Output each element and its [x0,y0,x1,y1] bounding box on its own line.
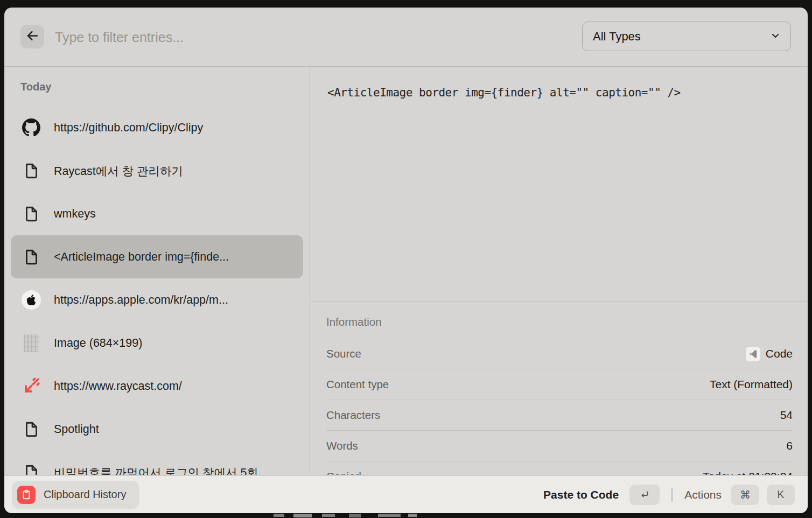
bottom-bar: Clipboard History Paste to Code Actions … [4,475,808,513]
list-item-label: 비밀번호를 까먹어서 로그인 창에서 5회... [54,465,268,475]
github-icon [22,118,41,137]
image-thumbnail-icon [22,333,41,353]
actions-button[interactable]: Actions [684,488,722,501]
bar-separator [671,488,673,502]
info-value: Code [766,347,793,360]
app-name: Clipboard History [44,488,126,501]
raycast-icon [22,376,41,396]
app-switcher[interactable]: Clipboard History [12,481,139,509]
type-filter-dropdown[interactable]: All Types [582,22,791,51]
list-item-label: Spotlight [54,423,99,436]
apple-icon [22,290,41,310]
information-section: Information Source Code Content type Tex… [326,302,793,475]
list-item-label: https://github.com/Clipy/Clipy [54,121,203,135]
list-item[interactable]: https://www.raycast.com/ [11,365,303,408]
document-icon [22,247,41,267]
info-label: Content type [326,378,389,391]
desktop-fragment [293,514,312,517]
document-icon [22,419,41,439]
list-item[interactable]: Spotlight [11,408,303,451]
info-row-characters: Characters 54 [326,400,793,431]
search-input[interactable] [54,23,562,52]
info-row-words: Words 6 [326,431,793,461]
desktop-fragment [274,514,284,517]
list-item[interactable]: 비밀번호를 까먹어서 로그인 창에서 5회... [11,451,303,475]
list-item-label: wmkeys [54,207,96,221]
paste-to-code-button[interactable]: Paste to Code [543,488,619,501]
info-value: Today at 01:00:04 [703,470,793,475]
clipboard-content-preview: <ArticleImage border img={finder} alt=""… [327,86,795,99]
command-keycap[interactable]: ⌘ [731,485,759,505]
history-list: Today https://github.com/Clipy/Clipy Ray… [4,67,310,475]
vscode-icon [746,347,760,361]
history-rows: https://github.com/Clipy/Clipy Raycast에서… [4,106,310,475]
document-icon [22,161,41,180]
list-item[interactable]: https://apps.apple.com/kr/app/m... [11,278,303,321]
return-key-icon[interactable] [629,485,660,505]
list-item[interactable]: Raycast에서 창 관리하기 [11,149,303,192]
arrow-left-icon [25,29,40,45]
list-item-label: Image (684×199) [54,337,142,350]
section-label-today: Today [20,81,51,93]
clipboard-history-window: All Types Today https://github.com/Clipy… [4,8,808,513]
info-label: Characters [326,409,380,422]
desktop-fragment [322,514,335,517]
top-bar: All Types [4,8,808,67]
info-value: Text (Formatted) [710,378,793,391]
list-item[interactable]: wmkeys [11,192,303,235]
info-label: Source [326,347,361,360]
chevron-down-icon [770,30,781,43]
desktop-fragment [378,514,401,517]
desktop-fragment [408,514,417,517]
back-button[interactable] [20,25,44,48]
clipboard-icon [17,486,36,504]
info-row-source: Source Code [326,339,793,369]
info-row-content-type: Content type Text (Formatted) [326,369,793,400]
detail-panel: <ArticleImage border img={finder} alt=""… [310,67,808,475]
info-value: 54 [780,409,793,422]
information-header: Information [326,316,793,328]
document-icon [22,204,41,223]
desktop-fragment [349,514,361,517]
list-item-label: <ArticleImage border img={finde... [54,250,229,264]
info-value: 6 [786,439,793,452]
list-item[interactable]: Image (684×199) [11,321,303,365]
type-filter-value: All Types [593,30,641,44]
info-label: Words [326,439,358,452]
list-item-label: https://www.raycast.com/ [54,380,182,393]
list-item-label: https://apps.apple.com/kr/app/m... [54,293,228,307]
info-row-copied: Copied Today at 01:00:04 [326,461,793,475]
info-label: Copied [326,470,361,475]
document-icon [22,463,41,475]
k-keycap[interactable]: K [767,485,795,505]
list-item-label: Raycast에서 창 관리하기 [54,163,183,179]
list-item[interactable]: https://github.com/Clipy/Clipy [11,106,303,149]
list-item-selected[interactable]: <ArticleImage border img={finde... [11,235,303,278]
